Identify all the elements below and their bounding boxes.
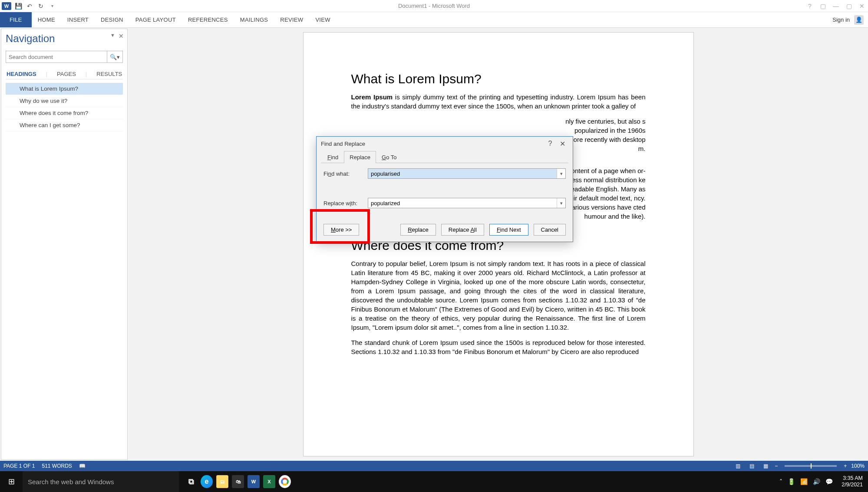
store-icon[interactable]: 🛍 xyxy=(230,471,246,492)
heading-item[interactable]: Why do we use it? xyxy=(6,95,123,107)
close-icon[interactable]: ✕ xyxy=(858,3,866,10)
nav-tab-headings[interactable]: HEADINGS xyxy=(6,71,37,77)
document-area[interactable]: What is Lorem Ipsum? Lorem Ipsum is simp… xyxy=(129,28,868,461)
save-icon[interactable]: 💾 xyxy=(14,2,23,10)
find-replace-dialog[interactable]: Find and Replace ? ✕ Find Replace Go To … xyxy=(316,136,573,242)
sign-in-link[interactable]: Sign in xyxy=(832,16,850,23)
zoom-slider[interactable] xyxy=(785,465,837,467)
file-explorer-icon[interactable]: 🗂 xyxy=(215,471,230,492)
word-count[interactable]: 511 WORDS xyxy=(42,463,72,469)
edge-icon[interactable]: e xyxy=(199,471,215,492)
doc-paragraph: Contrary to popular belief, Lorem Ipsum … xyxy=(351,259,646,332)
read-mode-icon[interactable]: ▥ xyxy=(733,462,743,470)
dialog-tab-replace[interactable]: Replace xyxy=(344,151,376,163)
heading-item[interactable]: What is Lorem Ipsum? xyxy=(6,83,123,95)
dialog-title: Find and Replace xyxy=(321,141,365,147)
task-view-icon[interactable]: ⧉ xyxy=(183,471,199,492)
page-indicator[interactable]: PAGE 1 OF 1 xyxy=(3,463,35,469)
wifi-icon[interactable]: 📶 xyxy=(800,478,808,485)
web-layout-icon[interactable]: ▦ xyxy=(761,462,770,470)
dialog-help-icon[interactable]: ? xyxy=(544,140,556,148)
find-what-input[interactable] xyxy=(368,169,557,178)
ribbon: FILE HOME INSERT DESIGN PAGE LAYOUT REFE… xyxy=(0,12,868,28)
undo-icon[interactable]: ↶ xyxy=(25,2,34,10)
tab-file[interactable]: FILE xyxy=(0,12,32,27)
heading-item[interactable]: Where can I get some? xyxy=(6,119,123,131)
find-what-label: Find what: xyxy=(323,171,363,177)
help-icon[interactable]: ? xyxy=(805,3,814,10)
zoom-level[interactable]: 100% xyxy=(851,463,865,469)
tray-expand-icon[interactable]: ˄ xyxy=(779,478,782,485)
chrome-icon[interactable] xyxy=(277,471,293,492)
ribbon-display-options-icon[interactable]: ▢ xyxy=(818,3,827,10)
windows-taskbar: ⊞ Search the web and Windows ⧉ e 🗂 🛍 W X… xyxy=(0,471,868,492)
dialog-titlebar[interactable]: Find and Replace ? ✕ xyxy=(317,137,573,151)
status-bar: PAGE 1 OF 1 511 WORDS 📖 ▥ ▤ ▦ − + 100% xyxy=(0,461,868,471)
navigation-search[interactable]: 🔍▾ xyxy=(6,51,123,63)
replace-with-combo[interactable]: ▾ xyxy=(368,198,566,208)
cancel-button[interactable]: Cancel xyxy=(534,224,566,236)
qat-dropdown-icon[interactable]: ▾ xyxy=(48,2,56,10)
battery-icon[interactable]: 🔋 xyxy=(788,478,795,485)
spellcheck-icon[interactable]: 📖 xyxy=(79,463,86,469)
tab-references[interactable]: REFERENCES xyxy=(182,12,234,27)
zoom-in-icon[interactable]: + xyxy=(844,463,847,469)
document-page[interactable]: What is Lorem Ipsum? Lorem Ipsum is simp… xyxy=(303,32,694,456)
tab-review[interactable]: REVIEW xyxy=(274,12,309,27)
tab-insert[interactable]: INSERT xyxy=(61,12,95,27)
document-title: Document1 - Microsoft Word xyxy=(398,3,470,9)
zoom-out-icon[interactable]: − xyxy=(775,463,778,469)
excel-taskbar-icon[interactable]: X xyxy=(261,471,277,492)
navigation-tabs: HEADINGS | PAGES | RESULTS xyxy=(6,71,123,79)
dialog-tab-find[interactable]: Find xyxy=(322,151,344,163)
doc-paragraph: Lorem Ipsum is simply dummy text of the … xyxy=(351,92,646,111)
window-controls: ? ▢ — ▢ ✕ xyxy=(805,3,866,10)
taskbar-search[interactable]: Search the web and Windows xyxy=(23,471,179,492)
tab-design[interactable]: DESIGN xyxy=(95,12,129,27)
replace-button[interactable]: Replace xyxy=(400,224,436,236)
tab-view[interactable]: VIEW xyxy=(309,12,336,27)
replace-with-input[interactable] xyxy=(368,198,557,208)
find-next-button[interactable]: Find Next xyxy=(489,224,528,236)
replace-all-button[interactable]: Replace All xyxy=(441,224,484,236)
maximize-icon[interactable]: ▢ xyxy=(845,3,853,10)
doc-paragraph: The standard chunk of Lorem Ipsum used s… xyxy=(351,338,646,356)
title-bar: W 💾 ↶ ↻ ▾ Document1 - Microsoft Word ? ▢… xyxy=(0,0,868,12)
chevron-down-icon[interactable]: ▾ xyxy=(557,198,565,208)
dialog-tab-goto[interactable]: Go To xyxy=(376,151,402,163)
tab-home[interactable]: HOME xyxy=(32,12,61,27)
nav-tab-pages[interactable]: PAGES xyxy=(56,71,77,77)
start-button[interactable]: ⊞ xyxy=(0,471,23,492)
search-icon[interactable]: 🔍▾ xyxy=(107,51,122,62)
tab-page-layout[interactable]: PAGE LAYOUT xyxy=(129,12,182,27)
chevron-down-icon[interactable]: ▾ xyxy=(557,169,565,178)
headings-list: What is Lorem Ipsum? Why do we use it? W… xyxy=(6,83,123,131)
pane-menu-icon[interactable]: ▼ xyxy=(110,33,115,39)
minimize-icon[interactable]: — xyxy=(832,3,840,10)
nav-tab-results[interactable]: RESULTS xyxy=(96,71,123,77)
quick-access-toolbar: W 💾 ↶ ↻ ▾ xyxy=(0,2,56,10)
tab-mailings[interactable]: MAILINGS xyxy=(234,12,274,27)
navigation-search-input[interactable] xyxy=(6,51,107,62)
word-app-icon: W xyxy=(2,2,11,10)
dialog-close-icon[interactable]: ✕ xyxy=(556,140,568,148)
doc-heading-1: What is Lorem Ipsum? xyxy=(351,72,646,86)
dialog-tabs: Find Replace Go To xyxy=(317,151,573,163)
pane-close-icon[interactable]: ✕ xyxy=(119,33,124,39)
more-button[interactable]: More >> xyxy=(323,224,359,236)
print-layout-icon[interactable]: ▤ xyxy=(747,462,756,470)
find-what-combo[interactable]: ▾ xyxy=(368,168,566,179)
volume-icon[interactable]: 🔊 xyxy=(813,478,820,485)
replace-with-label: Replace with: xyxy=(323,200,363,207)
taskbar-clock[interactable]: 3:35 AM 2/9/2021 xyxy=(838,475,863,488)
redo-icon[interactable]: ↻ xyxy=(36,2,45,10)
navigation-title: Navigation xyxy=(6,33,123,45)
user-avatar-icon[interactable]: 👤 xyxy=(854,15,864,25)
navigation-pane: ▼ ✕ Navigation 🔍▾ HEADINGS | PAGES | RES… xyxy=(1,29,128,460)
heading-item[interactable]: Where does it come from? xyxy=(6,107,123,119)
notifications-icon[interactable]: 💬 xyxy=(825,478,833,485)
word-taskbar-icon[interactable]: W xyxy=(246,471,261,492)
